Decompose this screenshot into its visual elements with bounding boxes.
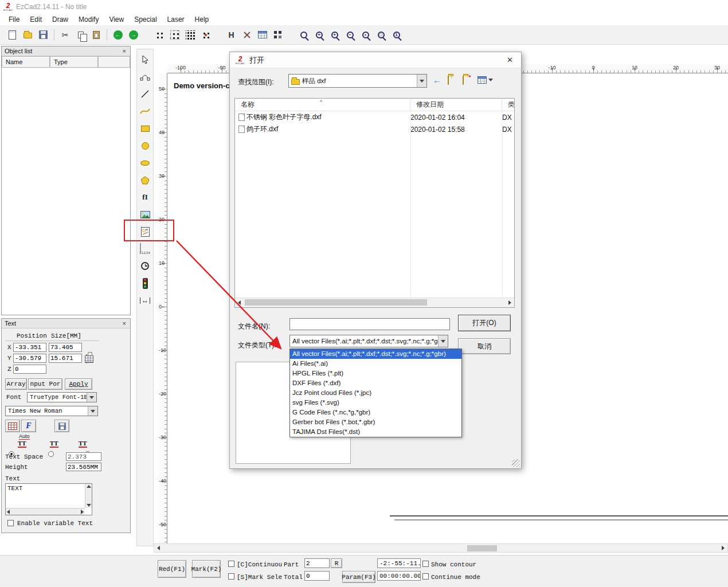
dialog-close-icon[interactable]: ✕ [504, 56, 515, 64]
filetype-option[interactable]: HPGL Files (*.plt) [290, 369, 461, 378]
column-header-type[interactable]: 类 [502, 99, 515, 111]
chevron-down-icon[interactable] [417, 75, 426, 87]
zoom-window-button[interactable] [296, 28, 311, 42]
menu-item-laser[interactable]: Laser [162, 14, 190, 25]
copy-button[interactable] [73, 28, 88, 42]
x-size-input[interactable] [49, 343, 82, 352]
up-folder-button[interactable]: ↑ [448, 76, 449, 84]
matrix-button[interactable] [270, 28, 285, 42]
new-folder-button[interactable]: ✶ [463, 76, 464, 84]
back-button[interactable]: ← [433, 75, 441, 85]
zoom-all-button[interactable]: □ [373, 28, 389, 42]
show-contour-checkbox[interactable] [422, 561, 429, 567]
menu-item-edit[interactable]: Edit [25, 14, 47, 25]
font-style-button[interactable]: F [21, 420, 36, 432]
menu-item-modify[interactable]: Modify [73, 14, 104, 25]
resize-grip[interactable] [512, 459, 520, 467]
y-position-input[interactable] [13, 354, 46, 363]
enable-variable-text-checkbox[interactable] [7, 520, 14, 526]
mark-preview-button-1[interactable] [151, 28, 167, 42]
open-file-button[interactable] [20, 28, 36, 42]
menu-item-file[interactable]: File [3, 14, 25, 25]
column-header-date[interactable]: 修改日期 [410, 99, 502, 111]
red-f1-button[interactable]: Red(F1) [158, 560, 186, 578]
rectangle-tool[interactable] [137, 120, 153, 137]
zoom-in-button[interactable]: + [311, 28, 327, 42]
barcode-tool[interactable]: 01234 [137, 240, 153, 257]
filename-input[interactable] [289, 318, 450, 330]
r-button[interactable]: R [331, 558, 342, 568]
filetype-option[interactable]: Jcz Point cloud Files (*.jpc) [290, 388, 461, 398]
align-left-radio[interactable] [48, 451, 54, 457]
chevron-down-icon[interactable] [88, 406, 97, 416]
object-list-body[interactable] [2, 68, 130, 315]
x-position-input[interactable] [13, 343, 46, 352]
canvas-h-scrollbar[interactable] [154, 543, 728, 553]
chevron-down-icon[interactable] [438, 335, 448, 347]
menu-item-view[interactable]: View [104, 14, 129, 25]
mark-preview-button-2[interactable] [167, 28, 182, 42]
mark-selected-checkbox[interactable] [228, 573, 234, 580]
undo-button[interactable]: ← [110, 28, 126, 42]
text-tool[interactable]: fI [137, 189, 153, 206]
filetype-combobox[interactable]: All vector Files(*.ai;*.plt;*.dxf;*.dst;… [289, 335, 448, 347]
zoom-1to1-button[interactable]: 1 [389, 28, 404, 42]
ellipse-tool[interactable] [137, 154, 153, 171]
text-h-scrollbar[interactable] [6, 508, 85, 515]
filetype-option[interactable]: DXF Files (*.dxf) [290, 378, 461, 388]
look-in-combobox[interactable]: 样品 dxf [288, 74, 427, 88]
redo-button[interactable]: → [126, 28, 141, 42]
filetype-option[interactable]: Gerber bot Files (*.bot,*.gbr) [290, 417, 461, 427]
hatch-button[interactable]: H [224, 28, 239, 42]
param-f3-button[interactable]: Param(F3) [342, 571, 375, 583]
circle-tool[interactable] [137, 137, 153, 154]
continue-mode-checkbox[interactable] [422, 573, 429, 580]
delay-tool[interactable] [137, 257, 153, 275]
paste-button[interactable] [88, 28, 104, 42]
anchor-grid-icon[interactable] [85, 355, 93, 363]
scroll-left-icon[interactable] [235, 298, 244, 307]
filetype-option[interactable]: TAJIMA Dst Files(*.dst) [290, 427, 461, 437]
polygon-tool[interactable] [137, 171, 153, 189]
apply-button[interactable]: Apply [65, 378, 92, 390]
new-file-button[interactable] [5, 28, 20, 42]
save-file-button[interactable] [36, 28, 51, 42]
zoom-selected-button[interactable]: • [358, 28, 373, 42]
open-button[interactable]: 打开(O) [458, 315, 511, 331]
y-size-input[interactable] [49, 354, 82, 363]
zoom-in-alt-button[interactable]: + [327, 28, 342, 42]
mark-preview-button-3[interactable] [182, 28, 198, 42]
file-row[interactable]: 鸽子环.dxf2020-01-02 15:58DX [235, 123, 514, 135]
cut-button[interactable]: ✂ [57, 28, 73, 42]
chevron-down-icon[interactable] [87, 393, 96, 402]
scroll-right-icon[interactable] [506, 298, 514, 307]
menu-item-help[interactable]: Help [190, 14, 214, 25]
height-input[interactable] [66, 463, 101, 471]
mark-f2-button[interactable]: Mark(F2) [192, 560, 221, 578]
z-position-input[interactable] [13, 365, 46, 374]
column-header-name[interactable]: Name [2, 56, 50, 68]
scroll-left-icon[interactable] [154, 544, 163, 552]
file-list-h-scrollbar[interactable] [235, 298, 514, 307]
file-row[interactable]: 不锈钢 彩色叶子字母.dxf2020-01-02 16:04DX [235, 111, 514, 123]
select-tool[interactable] [137, 51, 153, 68]
filetype-option[interactable]: G Code Files (*.nc,*g,*gbr) [290, 408, 461, 417]
filetype-option[interactable]: svg Files (*.svg) [290, 398, 461, 408]
char-table-button[interactable] [5, 420, 20, 432]
close-icon[interactable]: × [122, 48, 127, 54]
filetype-option[interactable]: All vector Files(*.ai;*.plt;*.dxf;*.dst;… [290, 349, 461, 359]
scrollbar-thumb[interactable] [245, 299, 427, 306]
views-button[interactable] [477, 76, 493, 84]
cancel-button[interactable]: 取消 [458, 338, 511, 354]
mark-preview-button-4[interactable] [198, 28, 213, 42]
continuous-checkbox[interactable] [228, 561, 234, 567]
save-font-button[interactable] [54, 420, 69, 432]
table-button[interactable] [255, 28, 270, 42]
font-name-combobox[interactable]: Times New Roman [5, 406, 98, 416]
tools-button[interactable] [239, 28, 255, 42]
text-space-input[interactable] [66, 452, 101, 461]
io-control-tool[interactable] [137, 275, 153, 292]
input-port-button[interactable]: nput Por [28, 378, 62, 390]
kerning-tool[interactable]: ↔ [137, 292, 153, 309]
part-count-input[interactable] [304, 558, 330, 568]
